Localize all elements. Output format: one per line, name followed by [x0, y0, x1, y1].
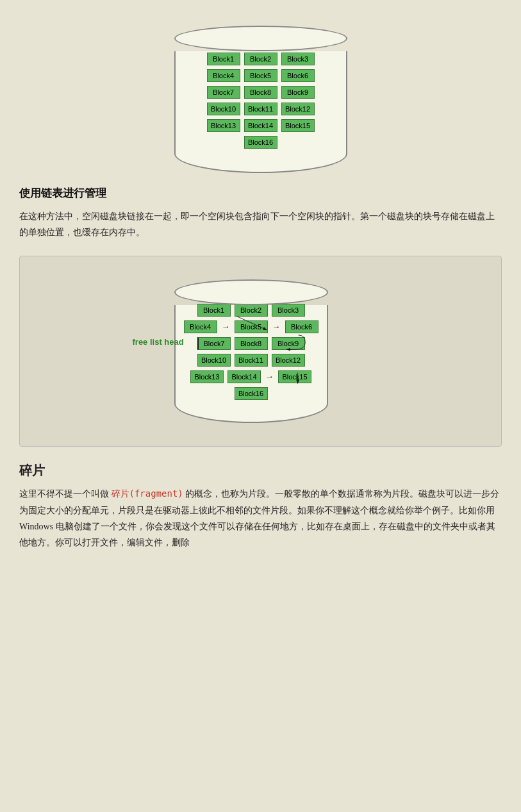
block-10: Block10 — [207, 103, 240, 115]
section-chain-title: 使用链表进行管理 — [19, 186, 502, 201]
d2-block-4: Block4 — [184, 320, 217, 333]
d2-block-7: Block7 — [197, 337, 231, 350]
section-chain-text: 在这种方法中，空闲磁盘块链接在一起，即一个空闲块包含指向下一个空闲块的指针。第一… — [19, 208, 502, 240]
page: { "diagram1": { "blocks_row1": ["Block1"… — [0, 0, 521, 812]
block-4: Block4 — [207, 69, 240, 82]
block-5: Block5 — [244, 69, 277, 82]
block-row-4: Block10 Block11 Block12 — [188, 103, 333, 115]
block-row-6: Block16 — [188, 136, 333, 149]
d2-block-2: Block2 — [235, 304, 268, 317]
block-6: Block6 — [281, 69, 315, 82]
arrow-4-5: → — [222, 322, 230, 332]
block-7: Block7 — [207, 86, 240, 99]
block-row-1: Block1 Block2 Block3 — [188, 53, 333, 65]
block-11: Block11 — [244, 103, 277, 115]
block-8: Block8 — [244, 86, 277, 99]
block-9: Block9 — [281, 86, 315, 99]
d2-block-1: Block1 — [197, 304, 231, 317]
block-13: Block13 — [207, 119, 240, 132]
d2-block-10: Block10 — [197, 354, 231, 367]
section-fragment-title: 碎片 — [19, 462, 502, 479]
d2-block-9: Block9 — [272, 337, 305, 350]
d2-block-row-2: Block4 → Block5 → Block6 — [186, 320, 317, 333]
section-chain: 使用链表进行管理 在这种方法中，空闲磁盘块链接在一起，即一个空闲块包含指向下一个… — [19, 186, 502, 240]
d2-block-11: Block11 — [235, 354, 268, 367]
block-1: Block1 — [207, 53, 240, 65]
diagram1-outer: Block1 Block2 Block3 Block4 Block5 Block… — [174, 26, 347, 173]
d2-block-3: Block3 — [272, 304, 305, 317]
cylinder-body-2: Block1 Block2 Block3 Block4 → Block5 → B… — [174, 305, 328, 423]
d2-block-row-5: Block13 Block14 → Block15 — [186, 370, 317, 383]
section-fragment-text: 这里不得不提一个叫做 碎片(fragment) 的概念，也称为片段。一般零散的单… — [19, 486, 502, 551]
diagram1-section: Block1 Block2 Block3 Block4 Block5 Block… — [19, 26, 502, 173]
d2-block-row-3: Block7 Block8 Block9 — [186, 337, 317, 350]
arrow-5-6: → — [272, 322, 281, 332]
section-fragment: 碎片 这里不得不提一个叫做 碎片(fragment) 的概念，也称为片段。一般零… — [19, 462, 502, 551]
block-row-2: Block4 Block5 Block6 — [188, 69, 333, 82]
d2-block-14: Block14 — [227, 370, 261, 383]
cylinder-body-1: Block1 Block2 Block3 Block4 Block5 Block… — [174, 51, 347, 173]
block-row-3: Block7 Block8 Block9 — [188, 86, 333, 99]
d2-block-row-4: Block10 Block11 Block12 — [186, 354, 317, 367]
d2-block-row-1: Block1 Block2 Block3 — [186, 304, 317, 317]
cylinder-top-1 — [174, 26, 347, 51]
d2-block-6: Block6 — [285, 320, 318, 333]
d2-block-16: Block16 — [235, 387, 268, 400]
d2-block-8: Block8 — [235, 337, 268, 350]
cylinder-top-2 — [174, 279, 328, 305]
block-2: Block2 — [244, 53, 277, 65]
d2-block-row-6: Block16 — [186, 387, 317, 400]
block-16: Block16 — [244, 136, 277, 149]
block-14: Block14 — [244, 119, 277, 132]
d2-block-12: Block12 — [272, 354, 305, 367]
block-3: Block3 — [281, 53, 315, 65]
block-row-5: Block13 Block14 Block15 — [188, 119, 333, 132]
block-15: Block15 — [281, 119, 315, 132]
d2-block-13: Block13 — [190, 370, 224, 383]
arrow-14-15: → — [265, 372, 274, 382]
diagram2-outer: free list head — [133, 279, 389, 423]
fragment-text-before: 这里不得不提一个叫做 — [19, 489, 112, 499]
diagram2-section: free list head — [19, 256, 502, 447]
free-list-head-label: free list head — [133, 337, 184, 347]
d2-block-15: Block15 — [278, 370, 311, 383]
block-12: Block12 — [281, 103, 315, 115]
d2-block-5: Block5 — [235, 320, 268, 333]
fragment-highlight: 碎片(fragment) — [112, 488, 183, 499]
diagram2-wrap: free list head — [30, 279, 491, 423]
